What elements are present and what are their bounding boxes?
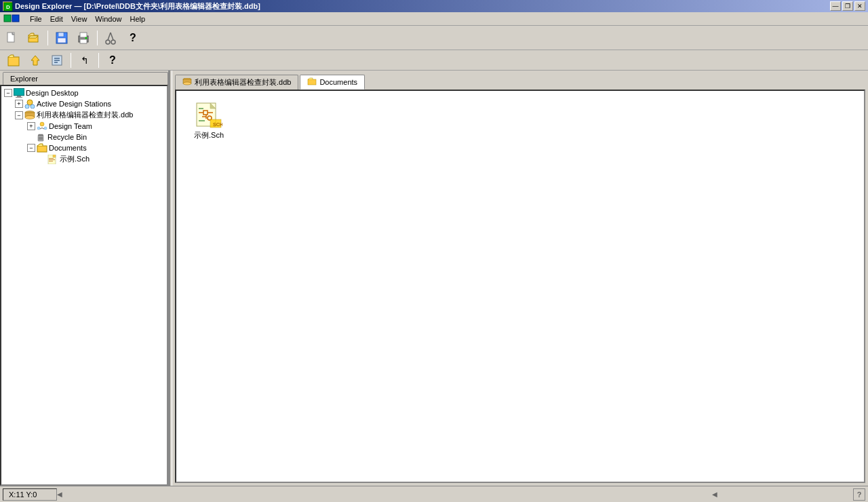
svg-point-32	[25, 104, 29, 109]
svg-rect-4	[12, 15, 19, 22]
svg-rect-14	[80, 33, 87, 37]
doc-content: SCH 示例.Sch	[175, 90, 865, 483]
help-icon[interactable]: ?	[853, 488, 865, 501]
status-arrow-1: ◀	[57, 490, 62, 498]
cut-button[interactable]	[102, 29, 121, 47]
open-button[interactable]	[24, 29, 43, 47]
tab-ddb-icon	[182, 78, 192, 88]
tree-documents[interactable]: − Documents	[3, 142, 165, 153]
status-arrow-2: ◀	[712, 490, 717, 498]
menu-edit[interactable]: Edit	[46, 14, 67, 24]
sch-large-icon: SCH	[195, 102, 222, 129]
svg-rect-48	[49, 159, 55, 160]
explore-folder-button[interactable]	[4, 52, 23, 69]
tab-docs-icon	[307, 77, 317, 87]
svg-point-16	[85, 37, 87, 39]
svg-rect-49	[49, 161, 53, 161]
new-button[interactable]	[3, 29, 22, 47]
documents-label: Documents	[49, 144, 87, 152]
documents-folder-icon	[37, 143, 47, 153]
svg-line-20	[111, 33, 113, 40]
svg-point-17	[106, 40, 110, 44]
svg-point-33	[31, 104, 35, 109]
svg-rect-11	[58, 33, 64, 37]
menu-help[interactable]: Help	[125, 14, 149, 24]
svg-point-37	[40, 122, 44, 126]
statusbar: X:11 Y:0 ◀ ◀ ?	[0, 486, 868, 502]
toolbar-separator-1	[47, 31, 48, 45]
sch-file-label: 示例.Sch	[60, 154, 90, 164]
svg-rect-28	[14, 89, 24, 95]
svg-marker-46	[53, 155, 56, 157]
back-button[interactable]: ↰	[75, 52, 94, 69]
stations-icon	[24, 99, 35, 109]
save-button[interactable]	[52, 29, 71, 47]
team-icon	[37, 121, 47, 131]
tree-panel: − Design Desktop +	[0, 85, 168, 486]
ddb-label: 利用表格编辑器检查封装.ddb	[37, 110, 133, 120]
tree-design-stations[interactable]: + Active Design Stations	[3, 98, 165, 109]
menu-view[interactable]: View	[67, 14, 92, 24]
tree-sch-file[interactable]: 示例.Sch	[3, 153, 165, 165]
tree-design-desktop[interactable]: − Design Desktop	[3, 88, 165, 98]
desktop-label: Design Desktop	[26, 89, 79, 97]
svg-rect-44	[37, 146, 47, 152]
left-panel: Explorer − Design Desktop +	[0, 71, 170, 486]
svg-rect-53	[308, 79, 316, 85]
expander-stations[interactable]: +	[15, 100, 23, 108]
minimize-button[interactable]: —	[830, 1, 841, 11]
coords-text: X:11 Y:0	[9, 490, 37, 499]
status-coords: X:11 Y:0	[3, 488, 57, 501]
tab-ddb-file[interactable]: 利用表格编辑器检查封装.ddb	[175, 75, 298, 90]
doc-tabs: 利用表格编辑器检查封装.ddb Documents	[172, 71, 868, 90]
tree-ddb-file[interactable]: − 利用表格编辑器检查封装.ddb	[3, 109, 165, 121]
team-label: Design Team	[49, 122, 92, 130]
sch-file-name: 示例.Sch	[194, 130, 224, 140]
app-logo	[1, 13, 23, 25]
up-button[interactable]	[26, 52, 45, 69]
tree-recycle-bin[interactable]: Recycle Bin	[3, 132, 165, 142]
svg-line-19	[108, 33, 111, 40]
menu-file[interactable]: File	[26, 14, 46, 24]
expander-docs[interactable]: −	[27, 144, 35, 152]
titlebar-title: Design Explorer — [D:\Protel\DDB文件夹\利用表格…	[15, 1, 260, 12]
database-icon	[24, 111, 35, 120]
help2-button[interactable]: ?	[103, 52, 122, 69]
svg-point-38	[37, 127, 40, 130]
svg-point-39	[44, 127, 47, 130]
desktop-icon	[14, 88, 24, 98]
svg-rect-21	[8, 57, 19, 66]
file-item-sch[interactable]: SCH 示例.Sch	[184, 99, 233, 143]
restore-button[interactable]: ❐	[842, 1, 853, 11]
menu-window[interactable]: Window	[91, 14, 125, 24]
tree-design-team[interactable]: + Design Team	[3, 121, 165, 132]
titlebar-controls: — ❐ ✕	[830, 1, 865, 11]
properties-button[interactable]	[47, 52, 66, 69]
titlebar: D Design Explorer — [D:\Protel\DDB文件夹\利用…	[0, 0, 868, 12]
explorer-tab[interactable]: Explorer	[3, 72, 168, 85]
recycle-label: Recycle Bin	[47, 133, 87, 141]
svg-marker-22	[31, 56, 39, 65]
close-button[interactable]: ✕	[854, 1, 865, 11]
svg-point-36	[25, 115, 35, 119]
tab-documents[interactable]: Documents	[300, 75, 365, 90]
toolbar: ?	[0, 26, 868, 50]
recycle-icon	[35, 132, 46, 142]
tab-docs-label: Documents	[319, 78, 357, 86]
svg-point-18	[111, 40, 115, 44]
svg-rect-30	[16, 97, 22, 98]
svg-rect-12	[58, 38, 66, 43]
expander-ddb[interactable]: −	[15, 111, 23, 119]
svg-rect-3	[4, 15, 11, 22]
titlebar-left: D Design Explorer — [D:\Protel\DDB文件夹\利用…	[3, 1, 260, 12]
toolbar2-separator-2	[98, 53, 99, 68]
expander-team[interactable]: +	[27, 122, 35, 130]
main-area: Explorer − Design Desktop +	[0, 71, 868, 486]
expander-desktop[interactable]: −	[4, 89, 12, 97]
tab-ddb-label: 利用表格编辑器检查封装.ddb	[195, 77, 291, 88]
print-button[interactable]	[74, 29, 93, 47]
toolbar-separator-2	[97, 31, 98, 45]
help-button[interactable]: ?	[123, 29, 142, 47]
svg-text:D: D	[6, 4, 10, 10]
toolbar2-separator	[71, 53, 71, 68]
